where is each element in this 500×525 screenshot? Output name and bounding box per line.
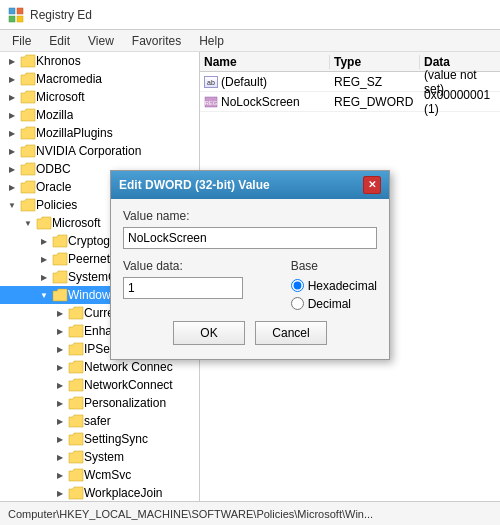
expander-oracle[interactable]: ▶ bbox=[4, 179, 20, 195]
expander-khronos[interactable]: ▶ bbox=[4, 53, 20, 69]
menu-view[interactable]: View bbox=[80, 32, 122, 50]
tree-item-safer[interactable]: ▶ safer bbox=[0, 412, 199, 430]
dword-icon: REG bbox=[204, 96, 218, 108]
expander-odbc[interactable]: ▶ bbox=[4, 161, 20, 177]
folder-icon bbox=[20, 198, 36, 212]
folder-icon bbox=[52, 252, 68, 266]
folder-icon bbox=[68, 450, 84, 464]
expander-currentversion[interactable]: ▶ bbox=[52, 305, 68, 321]
expander-microsoft[interactable]: ▶ bbox=[4, 89, 20, 105]
tree-label-policies-microsoft: Microsoft bbox=[52, 216, 101, 230]
tree-item-personalization[interactable]: ▶ Personalization bbox=[0, 394, 199, 412]
app-icon bbox=[8, 7, 24, 23]
expander-ipsec[interactable]: ▶ bbox=[52, 341, 68, 357]
radio-hexadecimal[interactable]: Hexadecimal bbox=[291, 279, 377, 293]
cell-data-nolockscreen: 0x00000001 (1) bbox=[420, 88, 500, 116]
expander-workplacejoin[interactable]: ▶ bbox=[52, 485, 68, 501]
radio-decimal[interactable]: Decimal bbox=[291, 297, 377, 311]
menu-bar: File Edit View Favorites Help bbox=[0, 30, 500, 52]
status-bar: Computer\HKEY_LOCAL_MACHINE\SOFTWARE\Pol… bbox=[0, 501, 500, 525]
tree-item-system[interactable]: ▶ System bbox=[0, 448, 199, 466]
expander-windows[interactable]: ▼ bbox=[36, 287, 52, 303]
folder-icon bbox=[68, 468, 84, 482]
folder-icon bbox=[20, 180, 36, 194]
expander-netconnec[interactable]: ▶ bbox=[52, 359, 68, 375]
tree-item-microsoft[interactable]: ▶ Microsoft bbox=[0, 88, 199, 106]
title-bar-left: Registry Ed bbox=[8, 7, 92, 23]
cell-name-default: ab (Default) bbox=[200, 75, 330, 89]
base-label: Base bbox=[291, 259, 377, 273]
folder-icon bbox=[20, 54, 36, 68]
svg-rect-3 bbox=[17, 16, 23, 22]
tree-label-oracle: Oracle bbox=[36, 180, 71, 194]
tree-item-mozilla[interactable]: ▶ Mozilla bbox=[0, 106, 199, 124]
expander-policies-microsoft[interactable]: ▼ bbox=[20, 215, 36, 231]
tree-label-system: System bbox=[84, 450, 124, 464]
folder-icon bbox=[20, 72, 36, 86]
folder-icon bbox=[36, 216, 52, 230]
expander-settingsync[interactable]: ▶ bbox=[52, 431, 68, 447]
expander-enhancedstorage[interactable]: ▶ bbox=[52, 323, 68, 339]
expander-macromedia[interactable]: ▶ bbox=[4, 71, 20, 87]
dialog-title: Edit DWORD (32-bit) Value bbox=[119, 178, 270, 192]
tree-label-odbc: ODBC bbox=[36, 162, 71, 176]
cell-type-default: REG_SZ bbox=[330, 75, 420, 89]
folder-icon bbox=[20, 162, 36, 176]
menu-edit[interactable]: Edit bbox=[41, 32, 78, 50]
folder-icon bbox=[68, 306, 84, 320]
status-path: Computer\HKEY_LOCAL_MACHINE\SOFTWARE\Pol… bbox=[8, 508, 373, 520]
folder-icon bbox=[68, 342, 84, 356]
expander-wcmsvc[interactable]: ▶ bbox=[52, 467, 68, 483]
svg-rect-2 bbox=[9, 16, 15, 22]
tree-label-peernet: Peernet bbox=[68, 252, 110, 266]
tree-label-policies: Policies bbox=[36, 198, 77, 212]
folder-icon bbox=[68, 378, 84, 392]
expander-system[interactable]: ▶ bbox=[52, 449, 68, 465]
table-row-nolockscreen[interactable]: REG NoLockScreen REG_DWORD 0x00000001 (1… bbox=[200, 92, 500, 112]
tree-label-networkconnect: NetworkConnect bbox=[84, 378, 173, 392]
tree-label-macromedia: Macromedia bbox=[36, 72, 102, 86]
dialog-close-button[interactable]: ✕ bbox=[363, 176, 381, 194]
value-name-input[interactable] bbox=[123, 227, 377, 249]
expander-mozillaplugins[interactable]: ▶ bbox=[4, 125, 20, 141]
folder-icon bbox=[68, 396, 84, 410]
tree-item-macromedia[interactable]: ▶ Macromedia bbox=[0, 70, 199, 88]
tree-item-wcmsvc[interactable]: ▶ WcmSvc bbox=[0, 466, 199, 484]
tree-item-mozillaplugins[interactable]: ▶ MozillaPlugins bbox=[0, 124, 199, 142]
tree-item-networkconnect[interactable]: ▶ NetworkConnect bbox=[0, 376, 199, 394]
menu-help[interactable]: Help bbox=[191, 32, 232, 50]
tree-item-nvidia[interactable]: ▶ NVIDIA Corporation bbox=[0, 142, 199, 160]
radio-dec-input[interactable] bbox=[291, 297, 304, 310]
tree-label-khronos: Khronos bbox=[36, 54, 81, 68]
expander-peernet[interactable]: ▶ bbox=[36, 251, 52, 267]
expander-networkconnect[interactable]: ▶ bbox=[52, 377, 68, 393]
title-text: Registry Ed bbox=[30, 8, 92, 22]
svg-rect-0 bbox=[9, 8, 15, 14]
tree-item-workplacejoin[interactable]: ▶ WorkplaceJoin bbox=[0, 484, 199, 501]
expander-safer[interactable]: ▶ bbox=[52, 413, 68, 429]
value-data-input[interactable] bbox=[123, 277, 243, 299]
menu-favorites[interactable]: Favorites bbox=[124, 32, 189, 50]
tree-item-settingsync[interactable]: ▶ SettingSync bbox=[0, 430, 199, 448]
tree-item-khronos[interactable]: ▶ Khronos bbox=[0, 52, 199, 70]
folder-icon bbox=[68, 486, 84, 500]
folder-icon bbox=[20, 144, 36, 158]
cancel-button[interactable]: Cancel bbox=[255, 321, 327, 345]
menu-file[interactable]: File bbox=[4, 32, 39, 50]
dialog-titlebar: Edit DWORD (32-bit) Value ✕ bbox=[111, 171, 389, 199]
expander-nvidia[interactable]: ▶ bbox=[4, 143, 20, 159]
expander-policies[interactable]: ▼ bbox=[4, 197, 20, 213]
expander-cryptography[interactable]: ▶ bbox=[36, 233, 52, 249]
radio-hex-input[interactable] bbox=[291, 279, 304, 292]
main-content: ▶ Khronos ▶ Macromedia ▶ Microsoft ▶ Moz… bbox=[0, 52, 500, 501]
ok-button[interactable]: OK bbox=[173, 321, 245, 345]
expander-systemcerts[interactable]: ▶ bbox=[36, 269, 52, 285]
col-header-type: Type bbox=[330, 55, 420, 69]
tree-item-netconnec[interactable]: ▶ Network Connec bbox=[0, 358, 199, 376]
edit-dword-dialog: Edit DWORD (32-bit) Value ✕ Value name: … bbox=[110, 170, 390, 360]
cell-type-nolockscreen: REG_DWORD bbox=[330, 95, 420, 109]
expander-mozilla[interactable]: ▶ bbox=[4, 107, 20, 123]
radio-hex-label: Hexadecimal bbox=[308, 279, 377, 293]
tree-label-workplacejoin: WorkplaceJoin bbox=[84, 486, 162, 500]
expander-personalization[interactable]: ▶ bbox=[52, 395, 68, 411]
